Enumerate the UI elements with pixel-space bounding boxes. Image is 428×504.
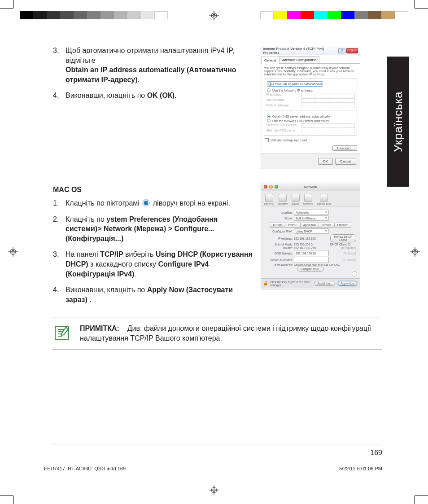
close-button-icon: ✕	[346, 48, 358, 53]
close-light-icon	[264, 185, 267, 188]
label-dns: DNS Servers:	[265, 252, 293, 255]
ip-field	[301, 93, 355, 97]
mac-tab-pppoe: PPPoE	[285, 223, 301, 228]
apple-icon	[142, 199, 150, 207]
checkbox-validate	[265, 138, 269, 142]
mac-tool-network: Network	[303, 194, 313, 205]
radio-manual-dns	[267, 119, 271, 123]
radio-auto-ip	[268, 82, 272, 86]
radio-label: Obtain an IP address automatically	[273, 83, 322, 86]
mac-network-figure: Network Show AllDisplaysSoundNetworkStar…	[261, 183, 360, 289]
configure-select: Using DHCP▾	[294, 228, 329, 234]
apply-now-button: Apply Now	[338, 281, 357, 286]
list-number: 4.	[53, 285, 59, 295]
footer-rule	[52, 444, 382, 444]
zoom-light-icon	[275, 185, 278, 188]
win-tabs: General Alternate Configuration	[261, 55, 360, 64]
renew-lease-button: Renew DHCP Lease	[330, 234, 356, 242]
mac-tab-ethernet: Ethernet	[335, 223, 352, 228]
page-number: 169	[370, 449, 382, 457]
list-number: 2.	[53, 215, 59, 224]
note-text: Див. файли допомоги операційної системи …	[80, 324, 371, 342]
language-tab: Українська	[387, 57, 409, 187]
help-button-icon: ?	[338, 48, 345, 53]
location-select: Automatic▾	[294, 210, 329, 215]
list-item: 2. Клацніть по ystem Preferences (Уподоб…	[52, 215, 255, 244]
registration-mark-left	[8, 247, 18, 257]
radio-auto-dns	[267, 114, 271, 118]
label-subnet: Subnet Mask:	[265, 243, 293, 246]
list-text: Клацніть по	[66, 215, 106, 223]
note-label: ПРИМІТКА:	[80, 324, 119, 332]
registration-mark-right	[410, 247, 420, 257]
mac-tool-startup-disk: Startup Disk	[317, 194, 332, 205]
slug-timestamp: 5/22/12 6:01:08 PM	[339, 466, 382, 471]
note-box: ПРИМІТКА: Див. файли допомоги операційно…	[52, 317, 382, 350]
label-ip: IP address:	[266, 93, 298, 97]
list-text: виберіть	[123, 250, 156, 258]
win-titlebar: Internet Protocol Version 4 (TCP/IPv4) P…	[261, 46, 360, 55]
list-item: 4. Виконавши, клацніть по Apply Now (Зас…	[52, 285, 255, 304]
list-bold: OK (ОК)	[147, 92, 175, 99]
show-select: Built-in Ethernet▾	[294, 215, 329, 221]
value-ipv6: fe80:0000:0000:0000:0211:24ff:fe32:b18e	[294, 264, 340, 267]
registration-mark-top	[209, 11, 219, 21]
list-text: Клацніть по піктограмі	[66, 199, 141, 207]
value-subnet: 255.255.255.0	[294, 243, 329, 246]
hint-optional: (Optional)	[330, 252, 356, 255]
configure-ipv6-button: Configure IPv6...	[297, 267, 324, 272]
instruction-list-1: 3. Щоб автоматично отримати налаштування…	[52, 46, 255, 101]
content-area: 3. Щоб автоматично отримати налаштування…	[52, 46, 382, 452]
macos-heading: MAC OS	[53, 186, 255, 194]
label-subnet: Subnet mask:	[266, 98, 298, 103]
mac-tool-displays: Displays	[278, 194, 288, 205]
list-number: 1.	[53, 198, 59, 208]
mac-tabs: TCP/IPPPPoEAppleTalkProxiesEthernet	[265, 223, 356, 228]
hint-client: (If required)	[330, 246, 356, 250]
slug-line: EEU7417_RT-AC66U_QSG.indd 169 5/22/12 6:…	[44, 466, 382, 471]
list-item: 3. Щоб автоматично отримати налаштування…	[52, 46, 255, 84]
checkbox-label: Validate settings upon exit	[271, 139, 307, 142]
hint-optional: (Optional)	[330, 259, 356, 262]
mac-tool-show-all: Show All	[264, 194, 274, 205]
gateway-field	[301, 104, 355, 108]
advanced-button: Advanced...	[332, 145, 357, 151]
label-pref-dns: Preferred DNS server:	[266, 123, 298, 128]
slug-filename: EEU7417_RT-AC66U_QSG.indd 169	[44, 466, 126, 471]
mac-tab-tcp/ip: TCP/IP	[270, 223, 285, 228]
list-post: .	[134, 270, 136, 278]
label-search: Search Domains:	[265, 259, 293, 262]
list-text: На панелі	[66, 250, 100, 258]
registration-mark-bottom	[209, 485, 219, 495]
radio-label: Use the following IP address:	[272, 89, 313, 92]
label-gateway: Default gateway:	[266, 104, 298, 108]
search-field	[294, 257, 329, 263]
assist-button: Assist me...	[314, 281, 335, 286]
value-ip: 192.168.182.103	[294, 237, 329, 240]
lock-text: Click the lock to prevent further change…	[270, 280, 312, 287]
radio-label: Obtain DNS server address automatically	[272, 115, 330, 118]
mac-body: Location:Automatic▾ Show:Built-in Ethern…	[261, 206, 360, 278]
minimize-light-icon	[269, 185, 273, 188]
mac-titlebar: Network	[261, 183, 360, 191]
list-bold: Obtain an IP address automatically (Авто…	[66, 66, 236, 83]
label-location: Location:	[265, 211, 293, 214]
list-text: Виконавши, клацніть по	[66, 286, 147, 294]
mac-tool-sound: Sound	[292, 194, 300, 205]
list-item: 3. На панелі TCP/IP виберіть Using DHCP …	[52, 250, 255, 279]
list-number: 3.	[53, 46, 59, 56]
ipv4-properties-figure: Internet Protocol Version 4 (TCP/IPv4) P…	[261, 46, 360, 162]
list-item: 1. Клацніть по піктограмі ліворуч вгорі …	[52, 198, 255, 208]
list-item: 4. Виконавши, клацніть по OK (ОК).	[52, 91, 255, 101]
page-area: Українська 3. Щоб автоматично отримати н…	[19, 27, 409, 479]
label-ip: IP Address:	[265, 237, 293, 240]
label-ipv6: IPv6 Address:	[265, 263, 293, 267]
mac-tab-appletalk: AppleTalk	[301, 223, 319, 228]
win-title-text: Internet Protocol Version 4 (TCP/IPv4) P…	[263, 47, 338, 55]
label-show: Show:	[265, 217, 293, 220]
win-description: You can get IP settings assigned automat…	[264, 66, 357, 76]
mac-tab-proxies: Proxies	[319, 223, 335, 228]
ok-button: OK	[318, 158, 333, 165]
subnet-field	[301, 98, 355, 103]
left-column: 3. Щоб автоматично отримати налаштування…	[52, 46, 255, 311]
